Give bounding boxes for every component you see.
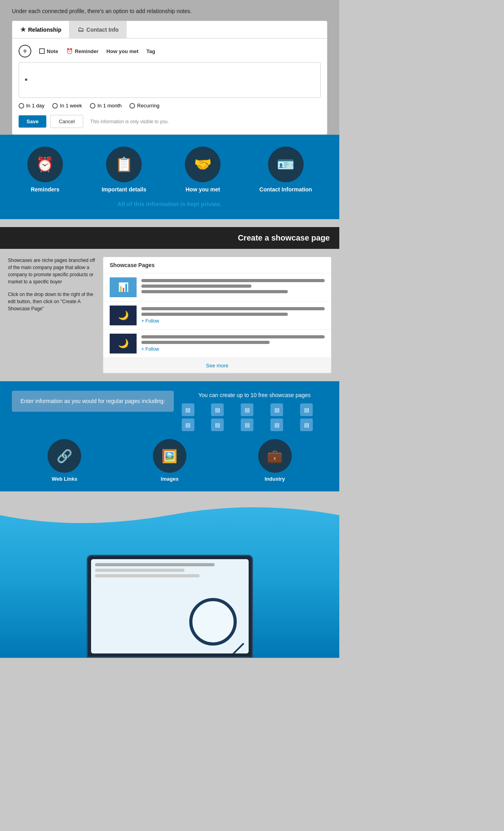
panel-body: + Note ⏰ Reminder How you met Tag xyxy=(12,38,327,134)
feature-icons-row: ⏰ Reminders 📋 Important details 🤝 How yo… xyxy=(8,147,331,193)
folder-icon: 🗂 xyxy=(78,26,84,33)
star-icon: ★ xyxy=(20,26,26,33)
radio-circle-3 xyxy=(90,103,95,109)
note-label: Note xyxy=(47,48,58,54)
showcase-icons-row: 🔗 Web Links 🖼️ Images 💼 Industry xyxy=(12,439,327,482)
showcase-panel: Showcase Pages 📊 🌙 xyxy=(103,257,331,373)
save-button[interactable]: Save xyxy=(19,115,46,128)
tag-action[interactable]: Tag xyxy=(146,48,155,54)
clock-icon: ⏰ xyxy=(66,48,73,54)
how-you-met-label: How you met xyxy=(107,48,139,54)
dot-8: ▤ xyxy=(241,418,253,431)
dot-7: ▤ xyxy=(211,418,224,431)
in-1-day-label: In 1 day xyxy=(26,103,44,109)
info-box: Enter information as you would for regul… xyxy=(12,391,174,412)
see-more-row: See more xyxy=(103,358,331,373)
showcase-desc-2: Click on the drop down to the right of t… xyxy=(8,291,95,312)
in-1-month-label: In 1 month xyxy=(97,103,122,109)
industry-icon: 💼 xyxy=(258,439,292,473)
dot-5: ▤ xyxy=(300,403,313,416)
note-checkbox-icon xyxy=(39,48,45,54)
dots-grid: ▤ ▤ ▤ ▤ ▤ ▤ ▤ ▤ ▤ ▤ xyxy=(182,403,328,431)
follow-link-2[interactable]: + Follow xyxy=(141,346,325,352)
blue-features-section: ⏰ Reminders 📋 Important details 🤝 How yo… xyxy=(0,135,339,219)
header-connected-text: Under each connected profile, there's an… xyxy=(12,8,327,14)
dot-9: ▤ xyxy=(270,418,283,431)
radio-recurring[interactable]: Recurring xyxy=(129,103,159,109)
reminders-icon: ⏰ xyxy=(27,147,63,182)
dot-3: ▤ xyxy=(241,403,253,416)
tab-relationship-label: Relationship xyxy=(28,27,61,33)
tab-relationship[interactable]: ★ Relationship xyxy=(12,21,70,38)
radio-in-1-week[interactable]: In 1 week xyxy=(52,103,82,109)
line-5 xyxy=(141,313,288,316)
how-you-met-block[interactable]: 🤝 How you met xyxy=(185,147,221,193)
dot-6: ▤ xyxy=(182,418,194,431)
showcase-thumb-1: 📊 xyxy=(110,277,137,297)
recurring-label: Recurring xyxy=(137,103,159,109)
reminders-block[interactable]: ⏰ Reminders xyxy=(27,147,63,193)
add-button[interactable]: + xyxy=(19,45,31,57)
how-you-met-action[interactable]: How you met xyxy=(107,48,139,54)
showcase-content: Showcases are niche pages branched off o… xyxy=(0,249,339,381)
showcase-header-bar: Create a showcase page xyxy=(0,227,339,249)
radio-in-1-month[interactable]: In 1 month xyxy=(90,103,122,109)
images-block[interactable]: 🖼️ Images xyxy=(153,439,186,482)
radio-circle-4 xyxy=(129,103,135,109)
industry-label: Industry xyxy=(264,476,285,482)
showcase-panel-title: Showcase Pages xyxy=(103,257,331,273)
tab-bar: ★ Relationship 🗂 Contact Info xyxy=(12,21,327,38)
showcase-lines-3: + Follow xyxy=(141,335,325,352)
how-you-met-feature-label: How you met xyxy=(186,186,220,193)
web-links-label: Web Links xyxy=(51,476,77,482)
wave-svg xyxy=(0,499,339,531)
line-2 xyxy=(141,285,251,288)
contact-info-icon: 🪪 xyxy=(268,147,304,182)
info-box-text: Enter information as you would for regul… xyxy=(21,398,165,404)
important-details-icon: 📋 xyxy=(106,147,142,182)
laptop-screen xyxy=(91,559,249,653)
line-6 xyxy=(141,335,325,338)
tab-contact-info[interactable]: 🗂 Contact Info xyxy=(70,21,127,38)
magnifier-icon xyxy=(189,598,237,646)
radio-circle-2 xyxy=(52,103,58,109)
showcase-section: Create a showcase page Showcases are nic… xyxy=(0,219,339,499)
relationship-panel: ★ Relationship 🗂 Contact Info + Note ⏰ R… xyxy=(12,21,327,135)
action-row: + Note ⏰ Reminder How you met Tag xyxy=(19,45,321,57)
showcase-item-3[interactable]: 🌙 + Follow xyxy=(103,330,331,358)
showcase-header-label: Create a showcase page xyxy=(238,233,330,242)
tab-contact-info-label: Contact Info xyxy=(86,27,119,33)
showcase-left-text: Showcases are niche pages branched off o… xyxy=(8,257,95,373)
see-more-link[interactable]: See more xyxy=(206,363,228,369)
line-7 xyxy=(141,341,270,344)
showcase-thumb-3: 🌙 xyxy=(110,334,137,353)
line-3 xyxy=(141,290,288,293)
contact-information-block[interactable]: 🪪 Contact Information xyxy=(259,147,312,193)
showcase-thumb-2: 🌙 xyxy=(110,306,137,325)
showcase-bottom: Enter information as you would for regul… xyxy=(0,381,339,491)
industry-block[interactable]: 💼 Industry xyxy=(258,439,292,482)
web-links-icon: 🔗 xyxy=(48,439,81,473)
images-label: Images xyxy=(161,476,179,482)
showcase-bottom-row: Enter information as you would for regul… xyxy=(12,391,327,431)
images-icon: 🖼️ xyxy=(153,439,186,473)
showcase-lines-2: + Follow xyxy=(141,307,325,324)
reminder-action[interactable]: ⏰ Reminder xyxy=(66,48,99,54)
showcase-item-1[interactable]: 📊 xyxy=(103,273,331,302)
radio-circle-1 xyxy=(19,103,24,109)
dot-10: ▤ xyxy=(300,418,313,431)
private-text: All of this information is kept private. xyxy=(8,201,331,207)
radio-in-1-day[interactable]: In 1 day xyxy=(19,103,44,109)
note-textarea[interactable] xyxy=(19,62,321,98)
follow-link-1[interactable]: + Follow xyxy=(141,318,325,324)
tag-label: Tag xyxy=(146,48,155,54)
important-details-block[interactable]: 📋 Important details xyxy=(102,147,146,193)
note-action[interactable]: Note xyxy=(39,48,58,54)
free-pages-box: You can create up to 10 free showcase pa… xyxy=(182,391,328,431)
web-links-block[interactable]: 🔗 Web Links xyxy=(48,439,81,482)
line-1 xyxy=(141,279,325,282)
important-details-label: Important details xyxy=(102,186,146,193)
showcase-item-2[interactable]: 🌙 + Follow xyxy=(103,302,331,330)
cancel-button[interactable]: Cancel xyxy=(50,115,83,128)
section1: Under each connected profile, there's an… xyxy=(0,0,339,135)
